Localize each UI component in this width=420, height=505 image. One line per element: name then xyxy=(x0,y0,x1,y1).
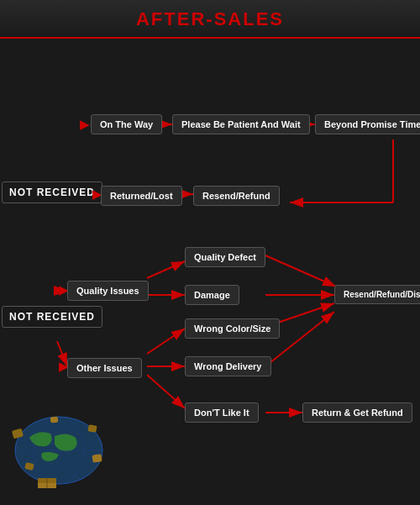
on-the-way-node: On The Way xyxy=(91,114,162,134)
header: AFTER-SALES xyxy=(0,0,420,39)
svg-line-14 xyxy=(147,329,185,354)
please-wait-node: Please Be Patient And Wait xyxy=(172,114,310,134)
return-get-refund-node: Return & Get Refund xyxy=(302,402,412,423)
svg-rect-27 xyxy=(92,454,102,462)
wrong-delivery-node: Wrong Delivery xyxy=(185,356,271,376)
svg-rect-29 xyxy=(50,417,59,423)
diagram: ▶ On The Way Please Be Patient And Wait … xyxy=(0,39,420,501)
svg-line-9 xyxy=(147,261,185,278)
other-issues-node: Other Issues xyxy=(67,358,142,378)
dont-like-it-node: Don'T Like It xyxy=(185,402,259,423)
resend-refund-1-node: Resend/Refund xyxy=(193,186,280,206)
returned-lost-node: Returned/Lost xyxy=(101,186,182,206)
globe-area xyxy=(4,396,130,497)
beyond-promise-node: Beyond Promise Time xyxy=(315,114,420,134)
wrong-color-size-node: Wrong Color/Size xyxy=(185,318,280,339)
not-received-2-badge: NOT RECEIVED xyxy=(2,306,102,328)
resend-refund-discont-node: Resend/Refund/Discont xyxy=(334,285,420,304)
arrow-1: ▶ xyxy=(80,118,89,131)
quality-defect-node: Quality Defect xyxy=(185,247,265,267)
not-received-1-badge: NOT RECEIVED xyxy=(2,181,102,203)
quality-issues-node: Quality Issues xyxy=(67,281,149,301)
header-title: AFTER-SALES xyxy=(136,8,284,29)
damage-node: Damage xyxy=(185,285,239,305)
svg-line-11 xyxy=(265,255,336,287)
svg-line-16 xyxy=(147,375,185,408)
